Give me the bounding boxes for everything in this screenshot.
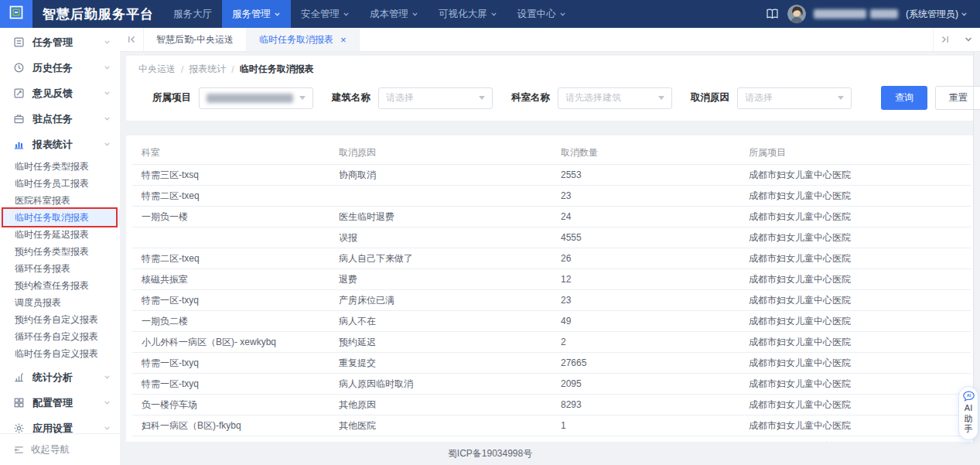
table-cell: 妇科一病区（B区)-fkybq: [132, 415, 330, 436]
sidebar-subitem-label: 临时任务取消报表: [15, 212, 89, 223]
table-row[interactable]: 特需二区-txeq23成都市妇女儿童中心医院: [132, 186, 971, 207]
table-cell: 成都市妇女儿童中心医院: [739, 290, 971, 311]
scroll-tabs-right-icon[interactable]: [934, 35, 957, 44]
sidebar-item-label: 统计分析: [32, 371, 73, 385]
sidebar-subitem-label: 预约任务类型报表: [15, 246, 89, 257]
table-row[interactable]: 负一楼停车场其他原因8293成都市妇女儿童中心医院: [132, 395, 971, 415]
sidebar-item-label: 历史任务: [32, 61, 73, 75]
table-cell: 23: [551, 186, 739, 207]
report-table-card: 科室取消原因取消数量所属项目特需三区-txsq协商取消2553成都市妇女儿童中心…: [126, 135, 974, 447]
chevron-down-icon: [559, 11, 566, 18]
sidebar-subitem[interactable]: 预约任务类型报表: [0, 243, 120, 260]
ai-assistant-button[interactable]: AI AI助手: [958, 386, 978, 440]
select-placeholder: 请选择: [745, 91, 773, 104]
table-row[interactable]: 特需一区-txyq重复提交27665成都市妇女儿童中心医院: [132, 353, 971, 374]
page-footer: 蜀ICP备19034998号: [0, 442, 980, 465]
table-cell: 病人原因临时取消: [330, 374, 551, 395]
sidebar-item[interactable]: 报表统计: [0, 132, 120, 157]
table-row[interactable]: 小儿外科一病区（B区)- xewkybq预约延迟2成都市妇女儿童中心医院: [132, 332, 971, 353]
tab[interactable]: 智慧后勤-中央运送: [144, 28, 247, 51]
filter-group: 取消原因请选择: [691, 87, 852, 109]
sidebar-item[interactable]: 应用设置: [0, 415, 120, 433]
nav-item-label: 安全管理: [301, 8, 340, 21]
sidebar-item[interactable]: 任务管理: [0, 29, 120, 55]
analysis-icon: [13, 371, 26, 383]
sidebar-subitem[interactable]: 临时任务取消报表: [0, 209, 120, 226]
table-row[interactable]: 特需一区-txyq病人原因临时取消2095成都市妇女儿童中心医院: [132, 374, 971, 395]
sidebar-item[interactable]: 意见反馈: [0, 80, 120, 106]
scroll-tabs-left-icon[interactable]: [120, 28, 144, 51]
sidebar-item[interactable]: 历史任务: [0, 55, 120, 80]
sidebar-subitem[interactable]: 预约检查任务报表: [0, 277, 120, 294]
table-cell: 2095: [551, 374, 739, 395]
table-cell: 预约延迟: [330, 332, 551, 353]
sidebar-item[interactable]: 驻点任务: [0, 106, 120, 132]
sidebar-subitem-label: 循环任务自定义报表: [15, 331, 98, 342]
nav-item[interactable]: 服务大厅: [163, 0, 222, 28]
sidebar-subitem[interactable]: 医院科室报表: [0, 192, 120, 209]
query-button[interactable]: 查询: [881, 86, 927, 110]
sidebar-subitem[interactable]: 循环任务报表: [0, 260, 120, 277]
table-cell: [330, 186, 551, 207]
sidebar-subitem[interactable]: 临时任务自定义报表: [0, 345, 120, 362]
breadcrumb-item: 临时任务取消报表: [240, 63, 314, 76]
user-role[interactable]: (系统管理员): [906, 8, 968, 21]
filter-select[interactable]: 请选择: [737, 87, 852, 109]
nav-item[interactable]: 服务管理: [222, 0, 291, 28]
filter-select[interactable]: 请选择: [378, 87, 493, 109]
breadcrumb-item[interactable]: 中央运送: [138, 63, 176, 76]
table-cell: 成都市妇女儿童中心医院: [739, 186, 971, 207]
filter-label: 取消原因: [691, 91, 729, 104]
avatar[interactable]: [787, 5, 806, 23]
scrollbar[interactable]: [973, 52, 974, 442]
table-cell: 23: [551, 290, 739, 311]
table-row[interactable]: 一期负一楼医生临时退费24成都市妇女儿童中心医院: [132, 207, 971, 227]
sidebar-subitem-label: 预约检查任务报表: [15, 280, 89, 291]
filter-select[interactable]: 请先选择建筑: [558, 87, 672, 109]
table-row[interactable]: 妇科一病区（B区)-fkybq其他医院1成都市妇女儿童中心医院: [132, 415, 971, 436]
sidebar-subitem[interactable]: 循环任务自定义报表: [0, 328, 120, 345]
tab-options-chevron-icon[interactable]: [957, 35, 980, 44]
table-row[interactable]: 误报4555成都市妇女儿童中心医院: [132, 227, 971, 248]
nav-item[interactable]: 可视化大屏: [429, 0, 507, 28]
table-row[interactable]: 特需二区-txeq病人自己下来做了26成都市妇女儿童中心医院: [132, 248, 971, 269]
breadcrumb-separator: /: [181, 64, 183, 75]
sidebar-subitem-label: 临时任务自定义报表: [15, 348, 98, 359]
table-row[interactable]: 核磁共振室退费12成都市妇女儿童中心医院: [132, 269, 971, 290]
tab[interactable]: 临时任务取消报表×: [247, 28, 360, 51]
filter-row: 所属项目建筑名称请选择科室名称请先选择建筑取消原因请选择 查询 重置: [152, 86, 961, 110]
sidebar: 任务管理历史任务意见反馈驻点任务报表统计临时任务类型报表临时任务员工报表医院科室…: [0, 28, 120, 465]
table-cell: 产房床位已满: [330, 290, 551, 311]
table-row[interactable]: 特需三区-txsq协商取消2553成都市妇女儿童中心医院: [132, 165, 971, 186]
handbook-icon[interactable]: [765, 8, 780, 20]
nav-item-label: 可视化大屏: [439, 8, 487, 21]
collapse-nav-button[interactable]: 收起导航: [0, 433, 120, 465]
sidebar-subitem[interactable]: 临时任务员工报表: [0, 175, 120, 192]
sidebar-subitem[interactable]: 调度员报表: [0, 294, 120, 311]
chevron-down-icon: [104, 374, 111, 381]
nav-item[interactable]: 安全管理: [291, 0, 360, 28]
table-cell: 特需三区-txsq: [132, 165, 330, 186]
sidebar-subitem[interactable]: 预约任务自定义报表: [0, 311, 120, 328]
breadcrumb-item[interactable]: 报表统计: [189, 63, 226, 76]
filter-select[interactable]: [199, 87, 313, 109]
sidebar-subitem[interactable]: 临时任务类型报表: [0, 158, 120, 175]
close-icon[interactable]: ×: [340, 35, 347, 45]
table-row[interactable]: 一期负二楼病人不在49成都市妇女儿童中心医院: [132, 311, 971, 332]
table-row[interactable]: 特需一区-txyq产房床位已满23成都市妇女儿童中心医院: [132, 290, 971, 311]
icp-text: 蜀ICP备19034998号: [448, 447, 532, 460]
sidebar-item[interactable]: 统计分析: [0, 364, 120, 390]
chevron-down-icon: [961, 11, 968, 18]
sidebar-toggle-button[interactable]: [0, 0, 32, 28]
nav-item[interactable]: 成本管理: [360, 0, 429, 28]
table-cell: [132, 227, 330, 248]
ai-bubble-icon: AI: [962, 391, 975, 402]
table-cell: 病人不在: [330, 311, 551, 332]
sidebar-subitem-label: 预约任务自定义报表: [15, 314, 98, 325]
sidebar-item[interactable]: 配置管理: [0, 390, 120, 415]
nav-item[interactable]: 设置中心: [507, 0, 576, 28]
table-cell: 一期负一楼: [132, 207, 330, 227]
sidebar-subitem[interactable]: 临时任务延迟报表: [0, 226, 120, 243]
sidebar-item-label: 驻点任务: [32, 112, 73, 126]
chevron-down-icon: [104, 115, 111, 122]
